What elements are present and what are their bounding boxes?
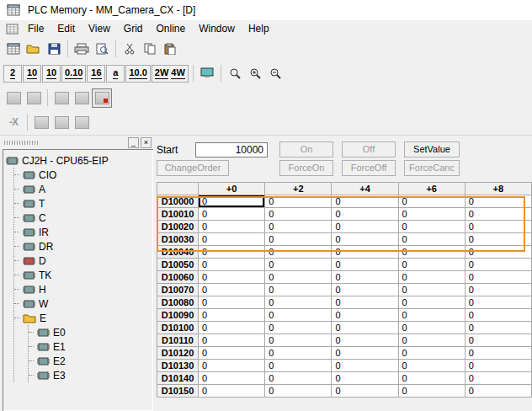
memory-cell[interactable]: 0 bbox=[199, 334, 265, 347]
tree-bank-item[interactable]: E1 bbox=[29, 339, 152, 354]
tree-bank-item[interactable]: E3 bbox=[29, 368, 152, 382]
memory-cell[interactable]: 0 bbox=[199, 284, 265, 296]
tree-area-item[interactable]: DR bbox=[14, 239, 152, 254]
memory-cell[interactable]: 0 bbox=[465, 360, 531, 372]
memory-cell[interactable]: 0 bbox=[199, 195, 265, 208]
memory-cell[interactable]: 0 bbox=[265, 309, 332, 322]
row-label[interactable]: D10070 bbox=[157, 284, 199, 296]
memory-cell[interactable]: 0 bbox=[199, 259, 265, 271]
row-label[interactable]: D10060 bbox=[157, 271, 199, 284]
memory-cell[interactable]: 0 bbox=[332, 309, 398, 322]
memory-cell[interactable]: 0 bbox=[265, 208, 332, 221]
transfer-from-plc-icon[interactable] bbox=[24, 88, 44, 108]
memory-cell[interactable]: 0 bbox=[465, 322, 531, 334]
zoom-in-icon[interactable] bbox=[245, 64, 265, 83]
memory-cell[interactable]: 0 bbox=[199, 309, 265, 322]
zoom-icon[interactable] bbox=[225, 64, 245, 83]
memory-cell[interactable]: 0 bbox=[265, 322, 332, 334]
tree-area-item[interactable]: C bbox=[14, 211, 152, 225]
memory-cell[interactable]: 0 bbox=[199, 296, 265, 309]
memory-cell[interactable]: 0 bbox=[199, 360, 265, 372]
memory-cell[interactable]: 0 bbox=[265, 233, 332, 246]
force-status-icon[interactable] bbox=[31, 113, 51, 132]
address-view-icon[interactable] bbox=[51, 113, 72, 132]
float-format-button[interactable]: 10.0 bbox=[125, 65, 150, 83]
memory-cell[interactable]: 0 bbox=[199, 322, 265, 334]
print-preview-icon[interactable] bbox=[92, 40, 112, 59]
memory-cell[interactable]: 0 bbox=[199, 233, 265, 246]
memory-cell[interactable]: 0 bbox=[265, 271, 332, 284]
memory-cell[interactable]: 0 bbox=[332, 259, 398, 271]
monitor-toggle-icon[interactable] bbox=[92, 88, 112, 108]
memory-cell[interactable]: 0 bbox=[398, 334, 465, 347]
decimal-format-button[interactable]: 10 bbox=[23, 65, 41, 83]
memory-cell[interactable]: 0 bbox=[465, 208, 531, 221]
memory-cell[interactable]: 0 bbox=[199, 271, 265, 284]
off-button[interactable]: Off bbox=[342, 141, 396, 157]
change-order-button[interactable]: ChangeOrder bbox=[157, 160, 229, 176]
memory-cell[interactable]: 0 bbox=[265, 284, 332, 296]
force-off-button[interactable]: ForceOff bbox=[342, 160, 396, 176]
memory-cell[interactable]: 0 bbox=[465, 259, 531, 271]
drag-handle[interactable] bbox=[4, 141, 38, 145]
memory-cell[interactable]: 0 bbox=[332, 271, 398, 284]
memory-cell[interactable]: 0 bbox=[398, 296, 465, 309]
memory-cell[interactable]: 0 bbox=[465, 309, 531, 322]
memory-cell[interactable]: 0 bbox=[398, 385, 465, 398]
clear-memory-icon[interactable] bbox=[72, 88, 92, 108]
tree-area-item[interactable]: H bbox=[14, 282, 152, 296]
menu-item[interactable]: File bbox=[21, 21, 51, 37]
row-label[interactable]: D10040 bbox=[157, 246, 199, 259]
memory-cell[interactable]: 0 bbox=[398, 246, 465, 259]
menu-item[interactable]: Grid bbox=[117, 21, 150, 37]
memory-cell[interactable]: 0 bbox=[398, 309, 465, 322]
menu-item[interactable]: Help bbox=[242, 21, 276, 37]
set-value-button[interactable]: SetValue bbox=[404, 141, 460, 157]
column-header[interactable]: +4 bbox=[332, 183, 398, 195]
memory-cell[interactable]: 0 bbox=[465, 334, 531, 347]
memory-cell[interactable]: 0 bbox=[265, 221, 332, 233]
memory-cell[interactable]: 0 bbox=[332, 360, 398, 372]
memory-cell[interactable]: 0 bbox=[398, 195, 465, 208]
memory-cell[interactable]: 0 bbox=[465, 233, 531, 246]
memory-cell[interactable]: 0 bbox=[199, 347, 265, 360]
memory-cell[interactable]: 0 bbox=[265, 259, 332, 271]
row-label[interactable]: D10000 bbox=[157, 195, 199, 208]
open-icon[interactable] bbox=[24, 40, 44, 59]
on-button[interactable]: On bbox=[279, 141, 333, 157]
memory-cell[interactable]: 0 bbox=[265, 385, 332, 398]
force-on-button[interactable]: ForceOn bbox=[279, 160, 333, 176]
zoom-out-icon[interactable] bbox=[265, 64, 285, 83]
cut-icon[interactable] bbox=[120, 40, 140, 59]
tree-bank-item[interactable]: E2 bbox=[29, 354, 152, 368]
signed-decimal-format-button[interactable]: 10 bbox=[42, 65, 61, 83]
memory-cell[interactable]: 0 bbox=[398, 360, 465, 372]
memory-cell[interactable]: 0 bbox=[332, 372, 398, 385]
memory-cell[interactable]: 0 bbox=[199, 372, 265, 385]
memory-cell[interactable]: 0 bbox=[332, 221, 398, 233]
memory-cell[interactable]: 0 bbox=[332, 284, 398, 296]
row-label[interactable]: D10090 bbox=[157, 309, 199, 322]
tree-area-item[interactable]: CIO bbox=[14, 168, 152, 182]
bcd-format-button[interactable]: 0.10 bbox=[61, 65, 86, 83]
memory-cell[interactable]: 0 bbox=[465, 385, 531, 398]
column-header[interactable]: +8 bbox=[465, 183, 531, 195]
memory-cell[interactable]: 0 bbox=[332, 233, 398, 246]
memory-cell[interactable]: 0 bbox=[332, 195, 398, 208]
memory-cell[interactable]: 0 bbox=[265, 195, 332, 208]
memory-cell[interactable]: 0 bbox=[465, 195, 531, 208]
memory-cell[interactable]: 0 bbox=[265, 246, 332, 259]
memory-cell[interactable]: 0 bbox=[398, 372, 465, 385]
tree-area-item[interactable]: T bbox=[14, 196, 152, 211]
row-label[interactable]: D10150 bbox=[157, 385, 199, 398]
menu-item[interactable]: Window bbox=[192, 21, 242, 37]
tree-area-item[interactable]: W bbox=[14, 296, 152, 311]
memory-cell[interactable]: 0 bbox=[199, 221, 265, 233]
memory-cell[interactable]: 0 bbox=[465, 246, 531, 259]
memory-cell[interactable]: 0 bbox=[265, 334, 332, 347]
hex-format-button[interactable]: 16 bbox=[87, 65, 105, 83]
refresh-icon[interactable] bbox=[72, 113, 92, 132]
row-label[interactable]: D10130 bbox=[157, 360, 199, 372]
memory-cell[interactable]: 0 bbox=[265, 296, 332, 309]
row-label[interactable]: D10110 bbox=[157, 334, 199, 347]
